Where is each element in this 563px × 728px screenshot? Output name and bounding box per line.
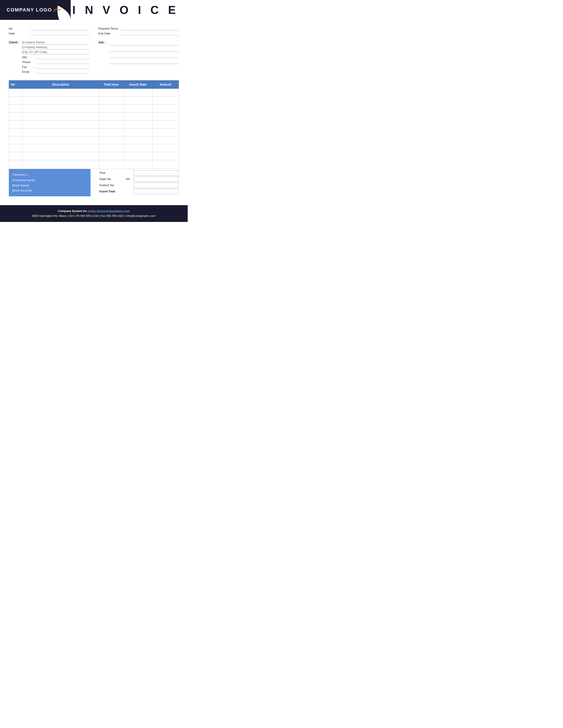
col-total-hour: Total Hour [99,81,124,89]
footer-company: Company System Inc. [58,209,88,213]
payment-bank: [Bank Name] [12,183,87,188]
invoice-title: I N V O I C E [72,3,179,17]
job-header: Job : [98,41,179,65]
col-description: Description [22,81,99,89]
table-row [9,89,179,97]
no-colon: : [29,27,30,30]
job-line-2[interactable] [109,47,179,52]
table-header-row: No Description Total Hour Hourly Rate Am… [9,81,179,89]
fax-row: Fax : [22,65,89,69]
attn-label: Attn [22,56,34,59]
total-field[interactable] [133,170,179,176]
totals-block: Total State Tax 3% Federal Tax Grand Tot… [90,169,179,196]
bottom-section: Payment to : [Company Name] [Bank Name] … [0,169,188,196]
info-section: No : Payment Terms : Date : Due Date : [0,20,188,38]
phone-label: Phone [22,60,34,64]
date-row: Date : Due Date : [9,31,179,35]
footer-top: Company System Inc. | http://freewordtem… [4,209,183,214]
col-hourly-rate: Hourly Rate [124,81,152,89]
state-tax-label: State Tax [99,177,126,181]
table-row [9,144,179,152]
client-job-section: Client : [Company Name] [Company Address… [0,38,188,80]
table-row [9,97,179,105]
phone-row: Phone : [22,60,89,64]
payment-terms-label: Payment Terms [98,27,118,30]
email-colon: : [34,70,35,73]
email-row: Email : [22,70,89,74]
no-field[interactable] [31,26,89,30]
header-right: I N V O I C E [71,0,188,20]
city-zip-value[interactable]: [City, ST, ZIP Code] [22,50,89,54]
federal-tax-label: Federal Tax [99,184,126,187]
job-line-4[interactable] [109,59,179,64]
email-field[interactable] [36,70,89,74]
payment-block: Payment to : [Company Name] [Bank Name] … [9,169,90,196]
job-line-3[interactable] [109,53,179,58]
attn-row: Attn : [22,55,89,59]
date-colon: : [29,32,30,35]
payment-terms-field[interactable] [120,26,179,30]
footer-address: 8030 Harrington Rd, Miami, USA | Ph 555-… [4,214,183,218]
table-header: No Description Total Hour Hourly Rate Am… [9,81,179,89]
page-header: COMPANY LOGO I N V O I C E [0,0,188,20]
phone-colon: : [34,60,35,64]
state-tax-pct: 3% [126,177,133,181]
col-no: No [9,81,22,89]
table-section: No Description Total Hour Hourly Rate Am… [0,80,188,169]
grand-total-row: Grand Total [99,189,179,194]
attn-field[interactable] [36,55,89,59]
payment-company: [Company Name] [12,178,87,183]
date-pair: Date : [9,31,89,35]
grand-total-label: Grand Total [99,190,126,193]
due-date-colon: : [118,32,119,35]
company-name-row: [Company Name] [22,41,89,45]
logo-text: COMPANY LOGO [7,7,52,13]
state-tax-row: State Tax 3% [99,176,179,182]
footer-separator: | [89,209,90,213]
table-row [9,128,179,136]
grand-total-field[interactable] [133,189,179,194]
job-lines [109,41,179,65]
phone-field[interactable] [36,60,89,64]
payment-title: Payment to : [12,172,87,177]
federal-tax-field[interactable] [133,183,179,188]
table-row [9,160,179,169]
due-date-field[interactable] [120,31,179,35]
fax-field[interactable] [36,65,89,69]
table-row [9,152,179,160]
no-label: No [9,27,29,30]
fax-label: Fax [22,65,34,69]
due-date-pair: Due Date : [98,31,179,35]
federal-tax-row: Federal Tax [99,183,179,188]
logo-section: COMPANY LOGO [0,0,71,20]
table-row [9,120,179,128]
job-line-1[interactable] [109,41,179,45]
table-body [9,89,179,169]
due-date-label: Due Date [98,32,118,35]
payment-terms-pair: Payment Terms : [98,26,179,30]
date-field[interactable] [31,31,89,35]
email-label: Email [22,70,34,73]
invoice-table: No Description Total Hour Hourly Rate Am… [9,80,179,169]
payment-terms-colon: : [118,27,119,30]
fax-colon: : [34,65,35,69]
state-tax-field[interactable] [133,176,179,182]
city-zip-row: [City, ST, ZIP Code] [22,50,89,54]
table-row [9,113,179,120]
payment-account: [Bank Account] [12,188,87,193]
company-address-row: [Company Address] [22,45,89,49]
client-label: Client : [9,41,22,44]
client-block: Client : [Company Name] [Company Address… [9,41,89,76]
table-row [9,136,179,144]
company-address-value[interactable]: [Company Address] [22,45,89,49]
footer-url[interactable]: http://freewordtemplates.net/ [90,209,130,213]
total-row: Total [99,170,179,176]
col-amount: Amount [152,81,179,89]
client-fields: [Company Name] [Company Address] [City, … [22,41,89,75]
job-label: Job : [98,41,109,44]
no-pair: No : [9,26,89,30]
company-name-value[interactable]: [Company Name] [22,41,89,45]
logo-icon [53,8,60,12]
table-row [9,105,179,113]
footer: Company System Inc. | http://freewordtem… [0,205,188,222]
